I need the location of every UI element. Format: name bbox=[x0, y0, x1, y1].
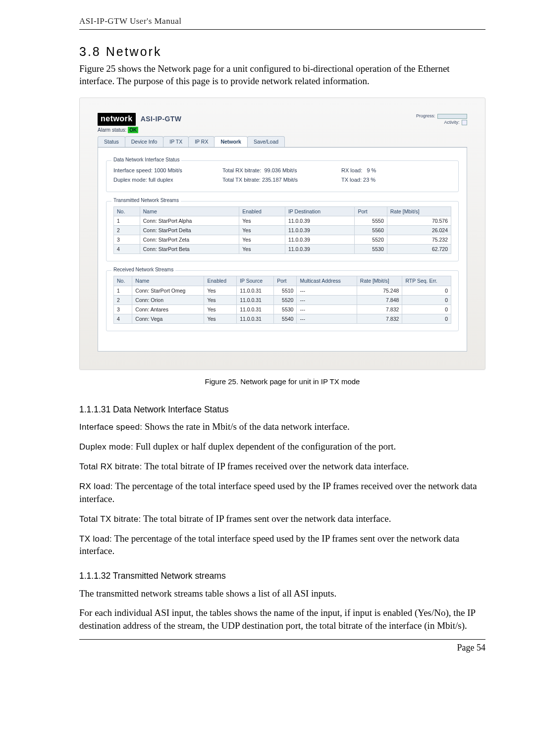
col-header: IP Source bbox=[237, 276, 274, 286]
cell: Yes bbox=[204, 314, 237, 324]
table-row[interactable]: 2Conn: OrionYes11.0.0.315520---7.8480 bbox=[114, 295, 451, 304]
group-legend-interface-status: Data Network Interface Status bbox=[111, 156, 181, 163]
group-rx-streams: Received Network Streams No.NameEnabledI… bbox=[106, 270, 459, 331]
cell: 5530 bbox=[274, 304, 297, 314]
table-row[interactable]: 3Conn: AntaresYes11.0.0.315530---7.8320 bbox=[114, 304, 451, 314]
duplex-value: full duplex bbox=[149, 177, 173, 183]
table-row[interactable]: 2Conn: StarPort DeltaYes11.0.0.39556026.… bbox=[114, 225, 451, 235]
cell: Conn: StarPort Omeg bbox=[132, 286, 204, 295]
cell: 11.0.0.31 bbox=[237, 286, 274, 295]
cell: Conn: Vega bbox=[132, 314, 204, 324]
definition-item: Interface speed: Shows the rate in Mbit/… bbox=[79, 420, 485, 433]
table-row[interactable]: 4Conn: VegaYes11.0.0.315540---7.8320 bbox=[114, 314, 451, 324]
definition-term: RX load: bbox=[79, 482, 113, 491]
cell: 5520 bbox=[274, 295, 297, 304]
iface-speed-value: 1000 Mbit/s bbox=[154, 167, 182, 173]
definition-text: The total bitrate of IP frames received … bbox=[142, 461, 409, 471]
page-footer: Page 54 bbox=[79, 639, 485, 654]
sub2-para-2: For each individual ASI input, the table… bbox=[79, 606, 485, 632]
cell: 11.0.0.39 bbox=[285, 245, 354, 254]
cell: --- bbox=[297, 286, 357, 295]
cell: 11.0.0.31 bbox=[237, 304, 274, 314]
cell: --- bbox=[297, 295, 357, 304]
tx-streams-table: No.NameEnabledIP DestinationPortRate [Mb… bbox=[113, 206, 451, 254]
tab-network[interactable]: Network bbox=[214, 136, 247, 147]
cell: Yes bbox=[239, 235, 285, 245]
group-tx-streams: Transmitted Network Streams No.NameEnabl… bbox=[106, 201, 459, 262]
cell: 5560 bbox=[355, 225, 387, 235]
group-legend-tx-streams: Transmitted Network Streams bbox=[111, 197, 181, 204]
definition-text: Full duplex or half duplex dependent of … bbox=[133, 441, 396, 452]
alarm-label: Alarm status: bbox=[98, 127, 126, 133]
tx-load-value: 23 % bbox=[363, 177, 375, 183]
cell: 7.848 bbox=[357, 295, 402, 304]
col-header: Rate [Mbit/s] bbox=[387, 206, 451, 216]
duplex-label: Duplex mode: bbox=[113, 177, 147, 183]
activity-label: Activity: bbox=[444, 120, 459, 125]
definition-term: TX load: bbox=[79, 534, 112, 544]
col-header: No. bbox=[114, 206, 140, 216]
definition-item: Duplex mode: Full duplex or half duplex … bbox=[79, 440, 485, 453]
subsection-heading-2: 1.1.1.32 Transmitted Network streams bbox=[79, 570, 485, 582]
cell: 7.832 bbox=[357, 314, 402, 324]
col-header: IP Destination bbox=[285, 206, 354, 216]
tab-status[interactable]: Status bbox=[98, 136, 125, 147]
col-header: Port bbox=[355, 206, 387, 216]
sub2-para-1: The transmitted network streams table sh… bbox=[79, 587, 485, 600]
col-header: Port bbox=[274, 276, 297, 286]
app-device-name: ASI-IP-GTW bbox=[141, 114, 182, 124]
tab-ip-tx[interactable]: IP TX bbox=[163, 136, 189, 147]
definition-text: The total bitrate of IP frames sent over… bbox=[141, 513, 391, 524]
cell: 75.232 bbox=[387, 235, 451, 245]
definition-term: Total TX bitrate: bbox=[79, 514, 141, 524]
rx-load-value: 9 % bbox=[367, 167, 376, 173]
definition-text: The percentage of the total interface sp… bbox=[79, 533, 459, 556]
cell: 11.0.0.39 bbox=[285, 216, 354, 225]
cell: 11.0.0.31 bbox=[237, 295, 274, 304]
progress-bar bbox=[437, 114, 467, 119]
cell: 5510 bbox=[274, 286, 297, 295]
tab-ip-rx[interactable]: IP RX bbox=[188, 136, 214, 147]
definition-term: Duplex mode: bbox=[79, 442, 133, 452]
cell: 11.0.0.39 bbox=[285, 235, 354, 245]
cell: Conn: StarPort Alpha bbox=[140, 216, 239, 225]
tab-save-load[interactable]: Save/Load bbox=[247, 136, 285, 147]
col-header: Enabled bbox=[204, 276, 237, 286]
section-intro: Figure 25 shows the Network page for a u… bbox=[79, 62, 485, 88]
total-tx-value: 235.187 Mbit/s bbox=[262, 177, 298, 183]
definition-item: RX load: The percentage of the total int… bbox=[79, 480, 485, 505]
table-row[interactable]: 1Conn: StarPort AlphaYes11.0.0.39555070.… bbox=[114, 216, 451, 225]
activity-led bbox=[462, 120, 467, 125]
tab-device-info[interactable]: Device Info bbox=[125, 136, 164, 147]
cell: 2 bbox=[114, 295, 132, 304]
cell: 3 bbox=[114, 304, 132, 314]
cell: 0 bbox=[402, 295, 451, 304]
cell: Conn: StarPort Beta bbox=[140, 245, 239, 254]
cell: --- bbox=[297, 304, 357, 314]
cell: 11.0.0.31 bbox=[237, 314, 274, 324]
alarm-status-badge: OK bbox=[128, 127, 138, 134]
cell: 0 bbox=[402, 314, 451, 324]
cell: 0 bbox=[402, 286, 451, 295]
subsection-heading-1: 1.1.1.31 Data Network Interface Status bbox=[79, 404, 485, 416]
definition-text: The percentage of the total interface sp… bbox=[79, 481, 477, 504]
cell: 11.0.0.39 bbox=[285, 225, 354, 235]
cell: 1 bbox=[114, 286, 132, 295]
app-logo: network bbox=[98, 113, 136, 126]
figure-caption: Figure 25. Network page for unit in IP T… bbox=[79, 377, 485, 387]
col-header: Name bbox=[140, 206, 239, 216]
col-header: RTP Seq. Err. bbox=[402, 276, 451, 286]
cell: 5540 bbox=[274, 314, 297, 324]
cell: Yes bbox=[204, 295, 237, 304]
table-row[interactable]: 4Conn: StarPort BetaYes11.0.0.39553062.7… bbox=[114, 245, 451, 254]
table-row[interactable]: 1Conn: StarPort OmegYes11.0.0.315510---7… bbox=[114, 286, 451, 295]
tx-load-label: TX load: bbox=[341, 177, 362, 183]
table-row[interactable]: 3Conn: StarPort ZetaYes11.0.0.39552075.2… bbox=[114, 235, 451, 245]
cell: 75.248 bbox=[357, 286, 402, 295]
total-rx-value: 99.036 Mbit/s bbox=[264, 167, 297, 173]
col-header: Rate [Mbit/s] bbox=[357, 276, 402, 286]
cell: Yes bbox=[239, 225, 285, 235]
section-heading: 3.8 Network bbox=[79, 44, 485, 60]
col-header: No. bbox=[114, 276, 132, 286]
definition-item: Total TX bitrate: The total bitrate of I… bbox=[79, 512, 485, 525]
